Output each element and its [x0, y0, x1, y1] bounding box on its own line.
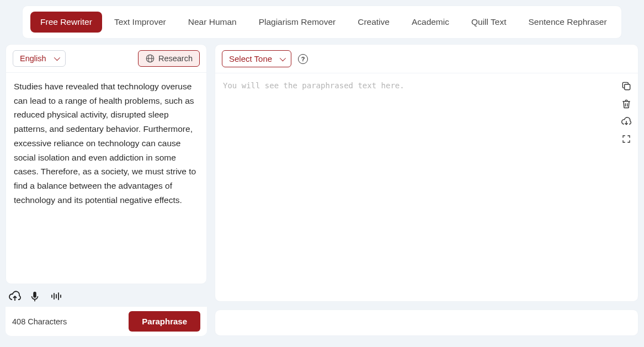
- tab-text-improver[interactable]: Text Improver: [104, 12, 176, 33]
- character-count: 408 Characters: [12, 317, 67, 326]
- download-cloud-icon[interactable]: [620, 115, 632, 127]
- tab-free-rewriter[interactable]: Free Rewriter: [30, 12, 102, 33]
- input-tools: [6, 284, 207, 306]
- output-footer: [215, 309, 638, 336]
- tab-creative[interactable]: Creative: [348, 12, 400, 33]
- language-label: English: [20, 54, 46, 63]
- fullscreen-icon[interactable]: [620, 133, 632, 145]
- mode-tabs: Free Rewriter Text Improver Near Human P…: [22, 6, 622, 39]
- globe-icon: [145, 54, 155, 63]
- upload-cloud-icon[interactable]: [8, 290, 21, 303]
- svg-rect-10: [625, 84, 630, 90]
- source-text-input[interactable]: [14, 79, 199, 277]
- svg-rect-3: [33, 292, 36, 298]
- language-select[interactable]: English: [13, 50, 66, 67]
- tab-near-human[interactable]: Near Human: [178, 12, 247, 33]
- tab-quill-text[interactable]: Quill Text: [461, 12, 516, 33]
- tab-academic[interactable]: Academic: [402, 12, 459, 33]
- chevron-down-icon: [54, 55, 60, 61]
- mic-icon[interactable]: [29, 290, 42, 303]
- audio-wave-icon[interactable]: [50, 290, 63, 303]
- research-label: Research: [158, 54, 193, 63]
- help-icon[interactable]: ?: [298, 54, 308, 64]
- research-button[interactable]: Research: [138, 50, 200, 67]
- tone-label: Select Tone: [229, 54, 272, 63]
- trash-icon[interactable]: [620, 98, 632, 110]
- tab-sentence-rephraser[interactable]: Sentence Rephraser: [518, 12, 616, 33]
- tab-plagiarism-remover[interactable]: Plagiarism Remover: [249, 12, 346, 33]
- output-placeholder: You will see the paraphrased text here.: [223, 80, 614, 90]
- tone-select[interactable]: Select Tone: [222, 50, 291, 67]
- copy-icon[interactable]: [620, 80, 632, 92]
- paraphrase-button[interactable]: Paraphrase: [129, 311, 200, 332]
- chevron-down-icon: [280, 55, 286, 61]
